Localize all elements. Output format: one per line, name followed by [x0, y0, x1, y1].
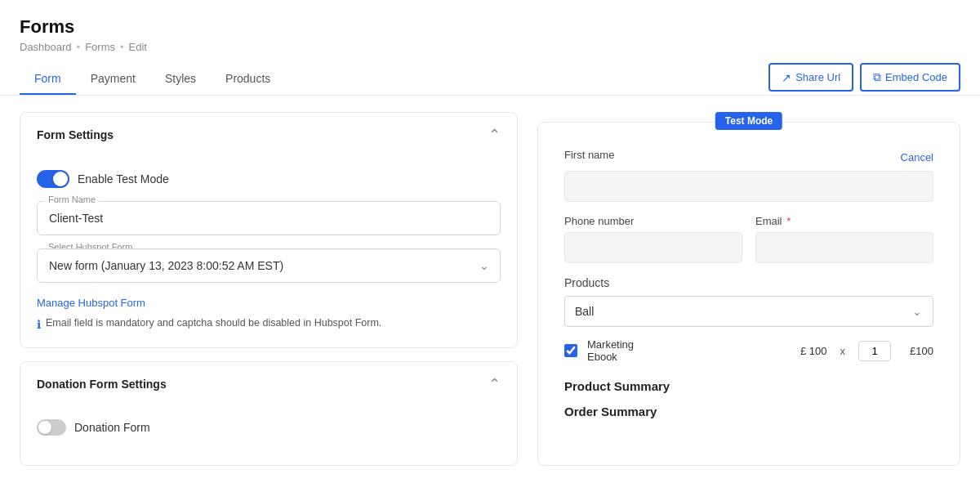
first-name-row: First name Cancel	[564, 149, 933, 166]
first-name-field	[564, 171, 933, 202]
donation-settings-card: Donation Form Settings ⌃ Donation Form	[20, 361, 518, 466]
form-name-input[interactable]	[37, 201, 501, 235]
tab-actions: ↗ Share Url ⧉ Embed Code	[768, 63, 960, 92]
tabs: Form Payment Styles Products	[20, 64, 285, 95]
order-summary-title: Order Summary	[564, 405, 933, 418]
code-icon: ⧉	[873, 70, 881, 84]
manage-hubspot-link[interactable]: Manage Hubspot Form	[37, 297, 145, 309]
breadcrumb: Dashboard • Forms • Edit	[20, 41, 960, 53]
phone-field: Phone number	[564, 215, 742, 263]
form-settings-header: Form Settings ⌃	[20, 113, 517, 157]
share-url-label: Share Url	[795, 71, 840, 83]
tabs-bar: Form Payment Styles Products ↗ Share Url…	[0, 53, 980, 96]
form-name-label: Form Name	[45, 195, 99, 204]
hubspot-form-select[interactable]: New form (January 13, 2023 8:00:52 AM ES…	[37, 248, 501, 283]
donation-settings-collapse-icon[interactable]: ⌃	[488, 375, 501, 393]
tab-form[interactable]: Form	[20, 64, 76, 95]
breadcrumb-sep-2: •	[120, 41, 124, 53]
breadcrumb-dashboard: Dashboard	[20, 41, 72, 53]
embed-code-button[interactable]: ⧉ Embed Code	[860, 63, 960, 92]
tab-styles[interactable]: Styles	[150, 64, 211, 95]
share-url-button[interactable]: ↗ Share Url	[768, 63, 853, 92]
product-name-line1: Marketing	[587, 338, 791, 351]
donation-settings-title: Donation Form Settings	[37, 378, 167, 391]
form-settings-body: Enable Test Mode Form Name Select Hubspo…	[20, 157, 517, 347]
first-name-input[interactable]	[564, 171, 933, 202]
preview-body: First name Cancel Phone number Email *	[538, 123, 960, 435]
enable-test-mode-toggle[interactable]	[37, 170, 69, 188]
product-summary-title: Product Summary	[564, 379, 933, 393]
page-title: Forms	[20, 16, 960, 38]
left-panel: Form Settings ⌃ Enable Test Mode Form Na…	[20, 112, 518, 466]
product-total: £100	[901, 345, 933, 357]
cancel-link[interactable]: Cancel	[901, 151, 933, 163]
product-name-line2: Ebook	[587, 351, 791, 363]
donation-settings-header: Donation Form Settings ⌃	[20, 362, 517, 406]
product-price: £ 100	[800, 345, 827, 357]
test-mode-badge: Test Mode	[715, 112, 782, 130]
email-field: Email *	[755, 215, 933, 263]
phone-label: Phone number	[564, 215, 742, 227]
products-select[interactable]: Ball	[564, 296, 933, 327]
donation-toggle-knob	[38, 421, 51, 434]
breadcrumb-forms: Forms	[85, 41, 115, 53]
info-icon: ℹ	[37, 318, 41, 331]
form-settings-card: Form Settings ⌃ Enable Test Mode Form Na…	[20, 112, 518, 348]
form-settings-collapse-icon[interactable]: ⌃	[488, 126, 501, 144]
products-select-wrap: Ball ⌄	[564, 296, 933, 327]
tab-products[interactable]: Products	[211, 64, 285, 95]
hubspot-form-field: Select Hubspot Form New form (January 13…	[37, 248, 501, 283]
product-x: x	[840, 345, 846, 357]
donation-form-toggle[interactable]	[37, 419, 66, 436]
email-label: Email *	[755, 215, 933, 227]
hubspot-select-wrap: New form (January 13, 2023 8:00:52 AM ES…	[37, 248, 501, 283]
enable-test-mode-label: Enable Test Mode	[78, 172, 169, 186]
products-section-label: Products	[564, 276, 933, 289]
breadcrumb-sep-1: •	[77, 41, 81, 53]
page-header: Forms Dashboard • Forms • Edit	[0, 0, 980, 53]
tab-payment[interactable]: Payment	[76, 64, 150, 95]
phone-email-row: Phone number Email *	[564, 215, 933, 263]
email-input[interactable]	[755, 232, 933, 263]
first-name-label: First name	[564, 149, 614, 161]
embed-code-label: Embed Code	[885, 71, 947, 83]
product-name: Marketing Ebook	[587, 338, 791, 363]
product-qty-input[interactable]	[858, 341, 891, 361]
share-icon: ↗	[782, 71, 791, 84]
breadcrumb-edit: Edit	[129, 41, 147, 53]
right-panel: Test Mode First name Cancel Phone number…	[537, 122, 960, 466]
main-content: Form Settings ⌃ Enable Test Mode Form Na…	[0, 96, 980, 482]
donation-settings-body: Donation Form	[20, 406, 517, 465]
donation-form-label: Donation Form	[74, 421, 150, 434]
info-row: ℹ Email field is mandatory and captcha s…	[37, 317, 501, 331]
phone-input[interactable]	[564, 232, 742, 263]
product-checkbox[interactable]	[564, 344, 577, 357]
toggle-knob	[53, 172, 68, 186]
product-row: Marketing Ebook £ 100 x £100	[564, 338, 933, 363]
form-settings-title: Form Settings	[37, 128, 114, 141]
info-text: Email field is mandatory and captcha sho…	[46, 317, 381, 329]
enable-test-mode-row: Enable Test Mode	[37, 170, 501, 188]
donation-form-row: Donation Form	[37, 419, 501, 436]
form-name-field: Form Name	[37, 201, 501, 235]
email-required-star: *	[786, 215, 791, 227]
